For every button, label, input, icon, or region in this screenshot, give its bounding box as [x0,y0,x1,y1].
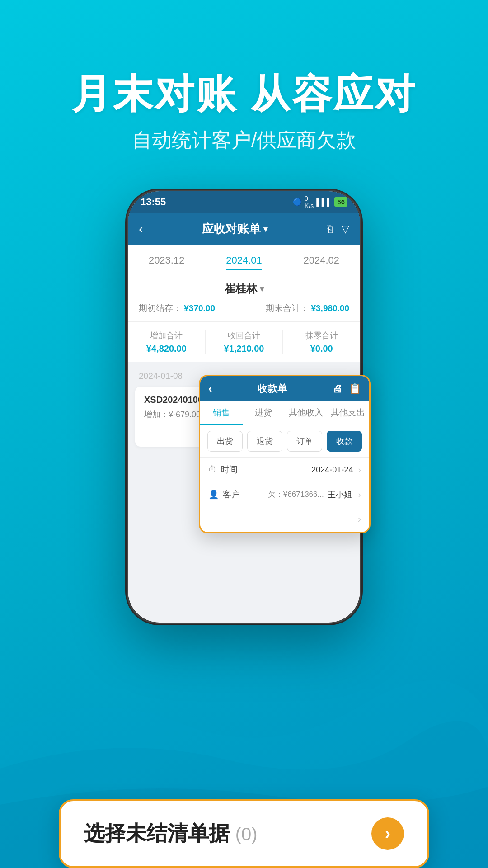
app-header: ‹ 应收对账单 ▾ ⎗ ▽ [128,213,360,245]
stat-recover-value: ¥1,210.00 [206,344,283,354]
header-action-icons: ⎗ ▽ [327,223,349,235]
bottom-panel-label: 选择未结清单据 (0) [84,820,258,848]
period-close: 期末合计： ¥3,980.00 [266,302,349,314]
popup-title: 收款单 [258,382,287,396]
period-close-label: 期末合计： [266,303,309,313]
period-open-value: ¥370.00 [184,303,215,313]
customer-arrow-icon: › [358,490,361,500]
stat-increase-label: 增加合计 [128,330,205,341]
popup-tab-sales[interactable]: 销售 [200,401,243,425]
hero-subtitle: 自动统计客户/供应商欠款 [0,127,488,154]
popup-extra-row[interactable]: › [200,507,369,532]
bottom-panel[interactable]: 选择未结清单据 (0) › [59,799,429,868]
popup-btn-order[interactable]: 订单 [287,431,322,452]
bottom-panel-text-main: 选择未结清单据 [84,821,230,845]
popup-time-row[interactable]: ⏱ 时间 2024-01-24 › [200,458,369,482]
share-icon[interactable]: ⎗ [327,223,333,235]
stat-increase-value: ¥4,820.00 [128,344,205,354]
person-icon: 👤 [208,489,219,500]
period-open: 期初结存： ¥370.00 [139,302,215,314]
arrow-right-icon: › [385,824,390,843]
popup-time-label: 时间 [221,464,238,476]
hero-title: 月末对账 从容应对 [0,72,488,116]
transaction-increase: 增加：¥-679.00 [144,409,201,439]
battery-icon: 66 [334,197,347,207]
popup-tab-purchase[interactable]: 进货 [243,401,285,425]
screen-title: 应收对账单 [202,221,261,237]
popup-btn-payment[interactable]: 收款 [327,431,362,452]
popup-back-icon[interactable]: ‹ [208,382,212,396]
stats-row: 增加合计 ¥4,820.00 收回合计 ¥1,210.00 抹零合计 ¥0.00 [128,322,360,366]
popup-customer-right: 欠：¥6671366... 王小姐 › [268,489,361,500]
bottom-panel-arrow[interactable]: › [371,817,404,850]
bluetooth-icon: 🔵 [293,198,302,206]
dropdown-icon[interactable]: ▾ [263,224,267,234]
stat-recover: 收回合计 ¥1,210.00 [206,330,283,354]
customer-dropdown-icon[interactable]: ▾ [260,284,264,294]
period-open-label: 期初结存： [139,303,182,313]
payment-popup: ‹ 收款单 🖨 📋 销售 进货 其他收入 其他支出 出货 退货 订单 收款 [199,375,371,533]
popup-time-value: 2024-01-24 [311,465,353,474]
bottom-panel-count: (0) [235,824,258,844]
popup-header-icons: 🖨 📋 [333,383,361,395]
date-tab-next[interactable]: 2024.02 [304,255,340,270]
header-title-area: 应收对账单 ▾ [202,221,267,237]
popup-main-tabs: 销售 进货 其他收入 其他支出 [200,401,369,425]
balance-row: 期初结存： ¥370.00 期末合计： ¥3,980.00 [139,302,349,314]
extra-arrow-icon: › [358,514,361,525]
stat-zero: 抹零合计 ¥0.00 [283,330,360,354]
popup-print-icon[interactable]: 🖨 [333,383,343,395]
back-button[interactable]: ‹ [139,222,143,236]
stat-increase: 增加合计 ¥4,820.00 [128,330,206,354]
time-arrow-icon: › [358,465,361,474]
popup-btn-return[interactable]: 退货 [247,431,282,452]
customer-section: 崔桂林 ▾ 期初结存： ¥370.00 期末合计： ¥3,980.00 [128,274,360,322]
customer-name: 崔桂林 [225,282,257,296]
customer-name-row: 崔桂林 ▾ [139,282,349,296]
popup-btn-outgoing[interactable]: 出货 [207,431,243,452]
signal-text: 0K/s [305,195,314,209]
transaction-date: 2024-01-08 [139,371,183,381]
popup-customer-debt: 欠：¥6671366... [268,489,324,500]
popup-tab-income[interactable]: 其他收入 [285,401,327,425]
popup-sub-buttons: 出货 退货 订单 收款 [200,425,369,458]
popup-time-left: ⏱ 时间 [208,464,238,476]
popup-time-right: 2024-01-24 › [311,465,361,475]
clock-icon: ⏱ [208,465,217,475]
stat-zero-label: 抹零合计 [283,330,360,341]
period-close-value: ¥3,980.00 [311,303,349,313]
status-bar: 13:55 🔵 0K/s ▌▌▌ 66 [128,191,360,213]
date-tabs: 2023.12 2024.01 2024.02 [128,245,360,274]
popup-header: ‹ 收款单 🖨 📋 [200,376,369,401]
status-icons: 🔵 0K/s ▌▌▌ 66 [293,195,347,209]
date-tab-current[interactable]: 2024.01 [226,255,262,270]
signal-bars-icon: ▌▌▌ [316,198,332,206]
status-time: 13:55 [141,196,166,208]
popup-customer-name: 王小姐 [328,489,352,500]
filter-icon[interactable]: ▽ [342,223,349,235]
popup-customer-left: 👤 客户 [208,489,240,500]
popup-tab-expense[interactable]: 其他支出 [327,401,370,425]
stat-recover-label: 收回合计 [206,330,283,341]
hero-section: 月末对账 从容应对 自动统计客户/供应商欠款 [0,0,488,154]
popup-customer-row[interactable]: 👤 客户 欠：¥6671366... 王小姐 › [200,482,369,507]
date-tab-prev[interactable]: 2023.12 [149,255,185,270]
phone-demo-area: 13:55 🔵 0K/s ▌▌▌ 66 ‹ 应收对账单 ▾ [0,190,488,624]
stat-zero-value: ¥0.00 [283,344,360,354]
popup-customer-label: 客户 [223,489,240,500]
popup-doc-icon[interactable]: 📋 [349,383,361,395]
